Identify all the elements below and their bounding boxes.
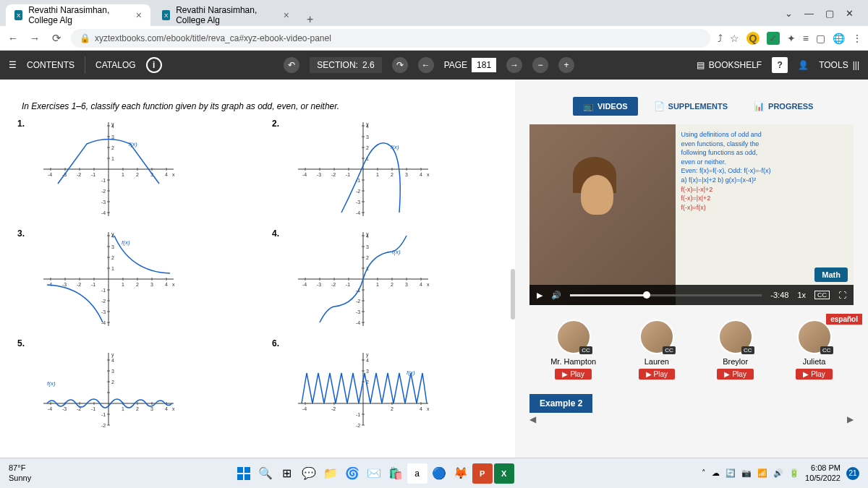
minimize-icon[interactable]: —: [804, 8, 814, 19]
chrome-icon[interactable]: 🔵: [429, 463, 449, 484]
firefox-icon[interactable]: 🦊: [451, 463, 471, 484]
svg-text:-2: -2: [77, 282, 81, 287]
forward-button[interactable]: →: [27, 32, 42, 44]
svg-text:-2: -2: [331, 406, 336, 411]
svg-text:-4: -4: [356, 320, 360, 325]
page-input[interactable]: [472, 58, 496, 72]
chevron-down-icon[interactable]: ⌄: [785, 8, 793, 19]
play-button[interactable]: ▶ Play: [796, 369, 832, 380]
progress-bar[interactable]: [570, 294, 762, 296]
profile-icon[interactable]: 🌐: [833, 33, 845, 44]
svg-text:y: y: [111, 352, 114, 358]
svg-text:f(x): f(x): [391, 144, 399, 150]
redo-button[interactable]: ↷: [392, 57, 408, 73]
bookshelf-button[interactable]: ▤ BOOKSHELF: [697, 60, 762, 70]
content-area: In Exercises 1–6, classify each function…: [0, 80, 868, 458]
user-icon[interactable]: 👤: [798, 60, 809, 70]
edge-icon[interactable]: 🌀: [342, 463, 362, 484]
close-icon[interactable]: ×: [136, 9, 142, 21]
excel-icon[interactable]: X: [494, 463, 514, 484]
section-indicator[interactable]: SECTION: 2.6: [310, 57, 381, 73]
speed-button[interactable]: 1x: [797, 291, 806, 299]
star-icon[interactable]: ☆: [730, 33, 739, 44]
svg-text:-4: -4: [101, 210, 106, 215]
svg-text:-2: -2: [356, 299, 360, 304]
video-player[interactable]: Using definitions of odd and even functi…: [529, 124, 854, 305]
svg-text:4: 4: [366, 358, 369, 363]
reload-button[interactable]: ⟳: [49, 32, 64, 45]
svg-text:1: 1: [376, 172, 379, 177]
share-icon[interactable]: ⤴: [718, 33, 723, 44]
math-logo: Math: [814, 267, 848, 282]
camera-icon[interactable]: 📷: [741, 468, 752, 478]
play-button[interactable]: ▶ Play: [639, 369, 675, 380]
svg-text:f(x): f(x): [122, 239, 130, 246]
mail-icon[interactable]: ✉️: [364, 463, 384, 484]
fullscreen-icon[interactable]: ⛶: [838, 291, 846, 299]
url-input[interactable]: 🔒 xyztextbooks.com/ebook/title/reva_ca#x…: [71, 29, 710, 48]
wifi-icon[interactable]: 📶: [757, 468, 767, 478]
volume-icon[interactable]: 🔊: [551, 291, 561, 300]
maximize-icon[interactable]: ▢: [825, 8, 834, 19]
tab-videos[interactable]: 📺 VIDEOS: [573, 97, 638, 116]
menu-icon[interactable]: ☰: [9, 60, 17, 70]
tab-progress[interactable]: 📊 PROGRESS: [744, 97, 823, 116]
play-button[interactable]: ▶ Play: [555, 369, 591, 380]
zoom-out-button[interactable]: −: [532, 57, 548, 73]
onedrive-icon[interactable]: ☁: [712, 468, 720, 478]
store-icon[interactable]: 🛍️: [386, 463, 406, 484]
weather-widget[interactable]: 87°F Sunny: [9, 463, 31, 482]
tab-supplements[interactable]: 📄 SUPPLEMENTS: [644, 97, 739, 116]
task-view-icon[interactable]: ⊞: [277, 463, 297, 484]
undo-button[interactable]: ↶: [284, 57, 299, 73]
svg-text:2: 2: [366, 255, 369, 260]
search-icon[interactable]: 🔍: [255, 463, 276, 484]
volume-icon[interactable]: 🔊: [773, 468, 783, 478]
cc-button[interactable]: CC: [814, 291, 830, 299]
search-highlight-icon[interactable]: Q: [746, 32, 760, 45]
menu-icon[interactable]: ⋮: [852, 33, 862, 44]
svg-text:2: 2: [391, 406, 393, 411]
battery-icon[interactable]: 🔋: [789, 468, 799, 478]
tools-button[interactable]: TOOLS |||: [819, 60, 859, 70]
espanol-badge[interactable]: español: [826, 314, 862, 325]
explorer-icon[interactable]: 📁: [320, 463, 341, 484]
graph-5: xy -4-3-2-11234 234-1-2 f(x): [36, 338, 181, 440]
prev-page-button[interactable]: ←: [418, 57, 434, 73]
check-extension-icon[interactable]: ✓: [767, 32, 780, 45]
next-page-button[interactable]: →: [506, 57, 522, 73]
example-label: Example 2: [529, 394, 592, 413]
start-button[interactable]: [234, 463, 254, 484]
powerpoint-icon[interactable]: P: [472, 463, 493, 484]
svg-text:3: 3: [111, 244, 114, 249]
window-icon[interactable]: ▢: [816, 33, 825, 44]
clock[interactable]: 6:08 PM 10/5/2022: [805, 463, 841, 482]
play-icon[interactable]: ▶: [537, 291, 542, 300]
list-icon[interactable]: ≡: [803, 33, 809, 44]
svg-text:2: 2: [391, 282, 393, 287]
svg-text:4: 4: [420, 282, 422, 287]
chevron-up-icon[interactable]: ˄: [702, 468, 706, 478]
play-button[interactable]: ▶ Play: [717, 369, 753, 380]
scroll-left-icon[interactable]: ◀: [529, 414, 536, 424]
back-button[interactable]: ←: [6, 32, 20, 44]
catalog-button[interactable]: CATALOG: [95, 60, 136, 70]
help-button[interactable]: ?: [772, 57, 788, 73]
file-icon: 📄: [654, 101, 665, 111]
svg-text:x: x: [427, 172, 430, 177]
zoom-in-button[interactable]: +: [558, 57, 574, 73]
close-window-icon[interactable]: ✕: [846, 8, 854, 19]
svg-text:1: 1: [122, 172, 124, 177]
notification-badge[interactable]: 21: [846, 467, 859, 480]
browser-tab-active[interactable]: X Revathi Narasimhan, College Alg ×: [6, 4, 150, 26]
chat-icon[interactable]: 💬: [299, 463, 319, 484]
scroll-right-icon[interactable]: ▶: [847, 414, 854, 424]
new-tab-button[interactable]: +: [301, 13, 319, 26]
close-icon[interactable]: ×: [284, 9, 289, 21]
app-icon[interactable]: a: [407, 463, 427, 484]
info-icon[interactable]: i: [146, 57, 162, 73]
browser-tab[interactable]: X Revathi Narasimhan, College Alg ×: [153, 4, 298, 26]
puzzle-icon[interactable]: ✦: [787, 33, 796, 44]
contents-button[interactable]: CONTENTS: [27, 60, 75, 70]
sync-icon[interactable]: 🔄: [726, 468, 736, 478]
